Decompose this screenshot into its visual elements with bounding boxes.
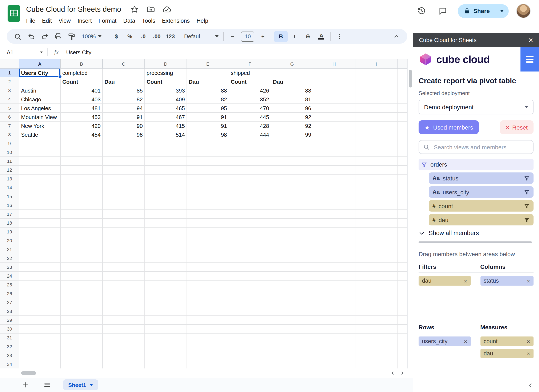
- cell-G1[interactable]: [271, 69, 313, 77]
- cell-A9[interactable]: [19, 139, 61, 148]
- row-header-20[interactable]: 20: [0, 236, 19, 245]
- cell-F33[interactable]: [229, 351, 271, 360]
- cell-B1[interactable]: completed: [61, 69, 103, 77]
- cell-H24[interactable]: [313, 272, 355, 281]
- cell-G14[interactable]: [271, 183, 313, 192]
- cell-stub[interactable]: [398, 175, 407, 183]
- cell-A16[interactable]: [19, 201, 61, 210]
- cell-B8[interactable]: 454: [61, 130, 103, 139]
- move-folder-icon[interactable]: [145, 4, 156, 14]
- cell-stub[interactable]: [398, 113, 407, 122]
- cell-F26[interactable]: [229, 289, 271, 298]
- cell-C26[interactable]: [103, 289, 145, 298]
- cell-A28[interactable]: [19, 307, 61, 316]
- cell-E20[interactable]: [187, 236, 229, 245]
- cell-C4[interactable]: 82: [103, 95, 145, 104]
- menu-format[interactable]: Format: [95, 16, 120, 25]
- cell-stub[interactable]: [398, 77, 407, 86]
- member-status[interactable]: Aastatus: [429, 172, 534, 184]
- cell-C20[interactable]: [103, 236, 145, 245]
- cell-C31[interactable]: [103, 334, 145, 342]
- cell-A24[interactable]: [19, 272, 61, 281]
- cell-I16[interactable]: [355, 201, 398, 210]
- cell-H7[interactable]: [313, 122, 355, 130]
- cell-B31[interactable]: [61, 334, 103, 342]
- cell-stub[interactable]: [398, 272, 407, 281]
- cell-D4[interactable]: 409: [145, 95, 187, 104]
- menu-help[interactable]: Help: [193, 16, 212, 25]
- cell-D18[interactable]: [145, 219, 187, 227]
- cell-stub[interactable]: [398, 210, 407, 219]
- area-chip-count[interactable]: count×: [480, 336, 534, 346]
- cell-B6[interactable]: 453: [61, 113, 103, 122]
- cell-I14[interactable]: [355, 183, 398, 192]
- cell-D10[interactable]: [145, 148, 187, 157]
- cell-B10[interactable]: [61, 148, 103, 157]
- cell-G32[interactable]: [271, 342, 313, 351]
- format-percent-button[interactable]: %: [123, 31, 137, 42]
- all-sheets-icon[interactable]: [42, 380, 52, 390]
- cell-A31[interactable]: [19, 334, 61, 342]
- cell-F5[interactable]: 470: [229, 104, 271, 113]
- deployment-select[interactable]: Demo deployment: [419, 100, 534, 114]
- member-dau[interactable]: #dau: [429, 214, 534, 226]
- cell-A12[interactable]: [19, 166, 61, 175]
- cell-C30[interactable]: [103, 325, 145, 334]
- cell-C11[interactable]: [103, 157, 145, 166]
- cell-D29[interactable]: [145, 316, 187, 325]
- search-input[interactable]: [433, 143, 529, 151]
- column-header-B[interactable]: B: [61, 59, 103, 69]
- reset-button[interactable]: ×Reset: [500, 120, 534, 134]
- remove-icon[interactable]: ×: [527, 338, 530, 345]
- remove-icon[interactable]: ×: [464, 338, 467, 345]
- cell-B22[interactable]: [61, 254, 103, 263]
- cell-C19[interactable]: [103, 227, 145, 236]
- column-header-D[interactable]: D: [145, 59, 187, 69]
- show-all-members[interactable]: Show all members: [419, 230, 534, 236]
- decrease-decimal-button[interactable]: .0: [137, 31, 150, 42]
- cell-I3[interactable]: [355, 86, 398, 95]
- cell-D8[interactable]: 514: [145, 130, 187, 139]
- formula-input[interactable]: Users City: [66, 49, 91, 55]
- cell-stub[interactable]: [398, 254, 407, 263]
- cell-G16[interactable]: [271, 201, 313, 210]
- cell-F7[interactable]: 428: [229, 122, 271, 130]
- row-header-28[interactable]: 28: [0, 307, 19, 316]
- cell-H23[interactable]: [313, 263, 355, 272]
- cell-C28[interactable]: [103, 307, 145, 316]
- cell-D9[interactable]: [145, 139, 187, 148]
- cell-E17[interactable]: [187, 210, 229, 219]
- cell-G30[interactable]: [271, 325, 313, 334]
- cell-E15[interactable]: [187, 192, 229, 201]
- collapse-toolbar-icon[interactable]: [390, 31, 403, 42]
- cell-F21[interactable]: [229, 245, 271, 254]
- more-options-icon[interactable]: [333, 31, 346, 42]
- cell-stub[interactable]: [398, 325, 407, 334]
- menu-tools[interactable]: Tools: [139, 16, 159, 25]
- vertical-scrollbar[interactable]: [407, 59, 413, 368]
- cell-E9[interactable]: [187, 139, 229, 148]
- cell-stub[interactable]: [398, 69, 407, 77]
- row-header-17[interactable]: 17: [0, 210, 19, 219]
- cell-A23[interactable]: [19, 263, 61, 272]
- cell-H6[interactable]: [313, 113, 355, 122]
- cell-I8[interactable]: [355, 130, 398, 139]
- cell-A17[interactable]: [19, 210, 61, 219]
- row-header-24[interactable]: 24: [0, 272, 19, 281]
- cell-H12[interactable]: [313, 166, 355, 175]
- cell-A22[interactable]: [19, 254, 61, 263]
- filter-funnel-icon[interactable]: [524, 189, 530, 195]
- cell-A21[interactable]: [19, 245, 61, 254]
- comments-icon[interactable]: [438, 6, 448, 16]
- cell-G10[interactable]: [271, 148, 313, 157]
- columns-zone[interactable]: status×: [476, 273, 534, 321]
- cell-H29[interactable]: [313, 316, 355, 325]
- cell-E18[interactable]: [187, 219, 229, 227]
- member-users_city[interactable]: Aausers_city: [429, 186, 534, 198]
- addon-menu-button[interactable]: [520, 47, 539, 71]
- cell-I4[interactable]: [355, 95, 398, 104]
- cell-stub[interactable]: [398, 201, 407, 210]
- cell-G19[interactable]: [271, 227, 313, 236]
- scroll-left-icon[interactable]: [390, 371, 395, 376]
- column-header-stub[interactable]: [398, 59, 407, 69]
